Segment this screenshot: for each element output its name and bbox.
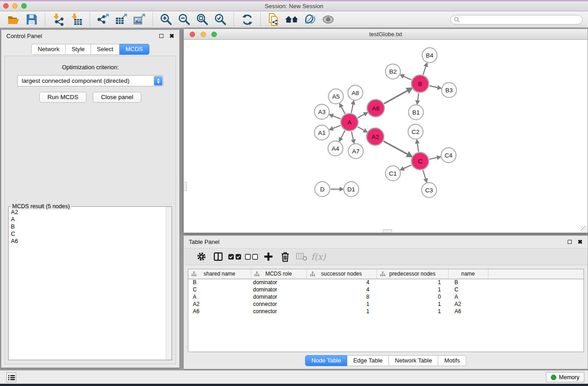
graph-node-A[interactable]: A [341,114,358,131]
graph-node-A5[interactable]: A5 [329,89,344,104]
zoom-selected-button[interactable] [211,12,229,27]
table-cell[interactable]: 1 [306,308,377,315]
graph-edge-A6-B[interactable] [384,88,411,104]
table-cell[interactable]: B [448,279,488,286]
minimize-window-button[interactable] [12,3,18,9]
delete-table-button[interactable] [293,249,310,264]
graph-edge-B-B2[interactable] [401,75,411,80]
select-all-button[interactable] [226,249,243,264]
float-panel-icon[interactable] [159,34,163,38]
table-cell[interactable]: 1 [377,300,448,308]
graph-edge-A-A1[interactable] [330,125,340,129]
graph-edge-C-C1[interactable] [401,165,411,170]
mcds-result-item[interactable]: A6 [11,238,169,245]
graph-edge-C-C4[interactable] [430,157,440,159]
close-panel-button[interactable]: Close panel [93,92,141,103]
graph-edge-B-B1[interactable] [417,93,419,104]
table-cell[interactable]: A2 [448,300,488,308]
column-header-predecessor-nodes[interactable]: predecessor nodes [377,269,448,279]
task-history-button[interactable] [6,372,16,382]
import-table-button[interactable] [67,12,86,27]
network-from-clipboard-button[interactable] [265,12,283,27]
graph-node-A4[interactable]: A4 [328,141,343,156]
graph-edge-C-C2[interactable] [417,140,419,152]
graph-node-B4[interactable]: B4 [422,48,437,63]
mcds-result-item[interactable]: B [11,223,169,230]
show-columns-button[interactable] [210,249,226,264]
graph-edge-A-A8[interactable] [351,101,354,113]
table-cell[interactable]: dominator [251,279,306,286]
graph-node-A6[interactable]: A6 [367,100,384,117]
table-cell[interactable]: C [188,286,251,293]
close-panel-icon[interactable]: ✖ [169,33,174,39]
create-column-button[interactable] [260,249,277,264]
column-header-name[interactable]: name [448,269,488,279]
close-window-button[interactable] [3,3,9,9]
table-row[interactable]: Adominator80A [188,293,583,300]
graphics-details-button[interactable] [301,12,319,27]
graph-edge-A-A3[interactable] [330,115,340,119]
mcds-result-item[interactable]: A [11,216,169,223]
tab-motifs[interactable]: Motifs [438,355,466,366]
graph-node-A7[interactable]: A7 [349,144,363,159]
table-cell[interactable]: A [188,293,251,300]
graph-edge-A-A6[interactable] [358,113,368,118]
graph-node-C2[interactable]: C2 [408,124,423,139]
function-builder-button[interactable]: f(x) [310,249,327,264]
graph-edge-A2-C[interactable] [383,141,411,157]
graph-edge-A-A2[interactable] [358,127,367,132]
show-hide-button[interactable] [319,12,337,27]
column-header-successor-nodes[interactable]: successor nodes [306,269,377,279]
table-cell[interactable]: 1 [306,300,377,308]
table-cell[interactable]: A6 [188,308,251,315]
tab-network[interactable]: Network [31,44,66,55]
table-cell[interactable]: 1 [377,286,448,293]
import-network-button[interactable] [49,12,67,27]
graph-node-B3[interactable]: B3 [442,83,457,98]
column-header-mcds-role[interactable]: MCDS role [251,269,306,279]
mcds-result-item[interactable]: A2 [11,209,169,216]
graph-edge-A-A4[interactable] [339,131,345,141]
graph-edge-B-B3[interactable] [430,86,441,89]
graph-node-A8[interactable]: A8 [348,86,363,100]
export-network-button[interactable] [94,12,112,27]
graph-node-A2[interactable]: A2 [367,128,384,145]
delete-columns-button[interactable] [277,249,293,264]
graph-edge-B-B4[interactable] [423,63,427,75]
table-row[interactable]: A6connector11A6 [188,308,583,315]
result-scrollbar[interactable] [166,207,172,360]
zoom-fit-button[interactable] [193,12,211,27]
tab-network-table[interactable]: Network Table [389,355,438,366]
table-cell[interactable]: B [188,279,251,286]
table-cell[interactable]: A [448,293,488,300]
graph-node-D[interactable]: D [315,182,330,197]
maximize-window-button[interactable] [21,3,27,9]
table-cell[interactable]: dominator [251,286,306,293]
graph-node-B[interactable]: B [411,75,429,92]
table-cell[interactable]: 1 [377,308,448,315]
memory-button[interactable]: Memory [546,372,584,382]
graph-node-C1[interactable]: C1 [386,166,401,181]
graph-node-C[interactable]: C [411,152,429,170]
graph-edge-A-A7[interactable] [352,132,354,143]
tab-select[interactable]: Select [91,44,120,55]
graph-node-D1[interactable]: D1 [344,182,359,197]
float-panel-icon[interactable] [568,240,572,244]
table-cell[interactable]: 0 [377,293,448,300]
network-window-titlebar[interactable]: testGlobe.txt [184,29,588,40]
graph-edge-A-A5[interactable] [340,104,345,114]
graph-node-B2[interactable]: B2 [386,64,401,79]
table-cell[interactable]: A2 [188,300,251,308]
splitter-collapse-handle[interactable] [184,182,187,191]
table-cell[interactable]: connector [251,300,306,308]
table-cell[interactable]: dominator [251,293,306,300]
search-input[interactable] [450,15,583,24]
table-row[interactable]: Cdominator41C [188,286,583,293]
table-settings-button[interactable] [193,249,210,264]
export-table-button[interactable] [112,12,130,27]
tab-mcds[interactable]: MCDS [120,44,149,55]
graph-edge-C-C3[interactable] [423,170,426,182]
graph-node-C3[interactable]: C3 [422,183,437,198]
save-session-button[interactable] [23,12,41,27]
mcds-result-item[interactable]: C [11,230,169,238]
